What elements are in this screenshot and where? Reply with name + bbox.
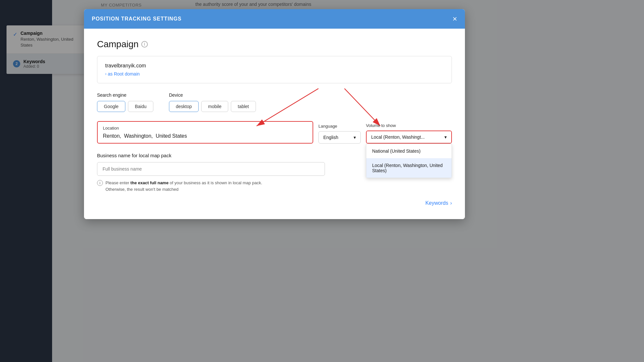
- hint-text: Please enter the exact full name of your…: [105, 180, 262, 192]
- language-label: Language: [318, 124, 361, 129]
- volume-chevron-icon: ▾: [444, 134, 447, 140]
- language-chevron-icon: ▾: [354, 135, 356, 140]
- modal-header: POSITION TRACKING SETTINGS ×: [84, 9, 465, 29]
- location-group: Location: [97, 121, 313, 144]
- device-buttons: desktop mobile tablet: [169, 101, 256, 112]
- section-title-text: Campaign: [97, 39, 139, 49]
- google-button[interactable]: Google: [97, 101, 125, 112]
- language-value: English: [323, 135, 338, 140]
- location-label: Location: [103, 126, 307, 131]
- root-domain-link[interactable]: › as Root domain: [105, 71, 444, 77]
- volume-select[interactable]: Local (Renton, Washingt... ▾: [367, 131, 451, 143]
- mobile-button[interactable]: mobile: [201, 101, 228, 112]
- keywords-nav-arrow-icon: ›: [450, 200, 452, 206]
- search-engine-buttons: Google Baidu: [97, 101, 153, 112]
- business-name-input[interactable]: [97, 162, 325, 176]
- volume-label: Volume to show: [366, 123, 452, 128]
- location-input[interactable]: [103, 133, 307, 139]
- domain-box: travelbranyik.com › as Root domain: [97, 56, 452, 83]
- modal-close-button[interactable]: ×: [453, 15, 457, 23]
- campaign-info-icon[interactable]: i: [141, 41, 148, 48]
- device-group: Device desktop mobile tablet: [169, 92, 256, 112]
- chevron-right-icon: ›: [105, 72, 106, 76]
- volume-select-wrapper: Local (Renton, Washingt... ▾ National (U…: [366, 131, 452, 144]
- language-select[interactable]: English ▾: [318, 131, 361, 144]
- volume-selected-value: Local (Renton, Washingt...: [371, 134, 425, 140]
- volume-option-national[interactable]: National (United States): [366, 144, 452, 158]
- baidu-button[interactable]: Baidu: [128, 101, 153, 112]
- modal-body: Campaign i travelbranyik.com › as Root d…: [84, 29, 465, 219]
- modal-title: POSITION TRACKING SETTINGS: [92, 16, 182, 22]
- engine-device-row: Search engine Google Baidu Device deskto…: [97, 92, 452, 112]
- root-domain-label: as Root domain: [108, 71, 140, 77]
- desktop-button[interactable]: desktop: [169, 101, 199, 112]
- modal-dialog: POSITION TRACKING SETTINGS × Campaign i …: [84, 9, 465, 219]
- business-hint: i Please enter the exact full name of yo…: [97, 180, 452, 192]
- device-label: Device: [169, 92, 256, 98]
- keywords-nav-label: Keywords: [425, 200, 448, 206]
- location-language-volume-row: Location Language English ▾ Volume to sh…: [97, 121, 452, 144]
- search-engine-group: Search engine Google Baidu: [97, 92, 153, 112]
- volume-group: Volume to show Local (Renton, Washingt..…: [366, 123, 452, 144]
- tablet-button[interactable]: tablet: [231, 101, 256, 112]
- hint-icon: i: [97, 180, 103, 186]
- search-engine-label: Search engine: [97, 92, 153, 98]
- campaign-section-title: Campaign i: [97, 39, 452, 49]
- keywords-nav: Keywords ›: [97, 200, 452, 206]
- volume-option-local[interactable]: Local (Renton, Washington, United States…: [366, 158, 452, 178]
- keywords-nav-button[interactable]: Keywords ›: [425, 200, 452, 206]
- domain-name-text: travelbranyik.com: [105, 63, 444, 69]
- language-group: Language English ▾: [318, 124, 361, 144]
- volume-dropdown: National (United States) Local (Renton, …: [366, 144, 452, 178]
